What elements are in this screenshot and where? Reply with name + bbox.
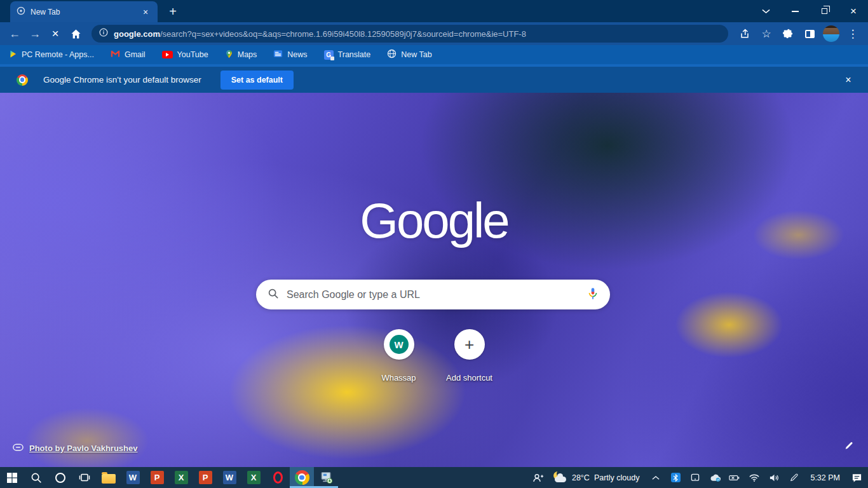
people-icon[interactable]	[531, 467, 545, 488]
powerpoint-button[interactable]: P	[145, 467, 169, 488]
bookmark-label: Gmail	[125, 50, 146, 59]
share-icon[interactable]	[735, 24, 755, 43]
avatar	[823, 25, 839, 42]
site-info-icon[interactable]	[99, 28, 108, 39]
bookmark-label: Maps	[238, 50, 257, 59]
profile-avatar[interactable]	[821, 24, 841, 43]
word-icon: W	[126, 471, 140, 484]
opera-button[interactable]	[266, 467, 290, 488]
weather-widget[interactable]: 28°C Partly cloudy	[552, 471, 640, 485]
bookmark-label: Translate	[338, 50, 371, 59]
partly-cloudy-night-icon	[552, 471, 567, 485]
google-translate-icon: G	[324, 50, 334, 60]
excel-icon: X	[175, 471, 188, 484]
google-maps-icon	[225, 49, 233, 61]
word-button[interactable]: W	[121, 467, 145, 488]
installer-icon	[320, 471, 333, 484]
bookmark-youtube[interactable]: YouTube	[162, 50, 208, 59]
chrome-logo-icon	[17, 74, 28, 86]
chrome-window: New Tab × + × ← → ×	[0, 0, 868, 467]
chrome-menu-icon[interactable]: ⋮	[843, 24, 863, 43]
photo-credit-text: Photo by Pavlo Vakhrushev	[29, 444, 138, 453]
restore-button[interactable]	[810, 0, 839, 22]
bookmark-new-tab[interactable]: New Tab	[387, 49, 431, 60]
excel-button[interactable]: X	[169, 467, 193, 488]
globe-icon	[387, 49, 397, 60]
shortcut-label: Whassap	[381, 373, 416, 383]
task-view-icon	[79, 473, 90, 482]
file-explorer-button[interactable]	[97, 467, 121, 488]
bookmark-star-icon[interactable]: ☆	[756, 24, 776, 43]
default-browser-infobar: Google Chrome isn't your default browser…	[0, 64, 868, 93]
powerpoint-button-2[interactable]: P	[193, 467, 217, 488]
customize-pencil-icon[interactable]	[844, 440, 854, 453]
hidden-icons-chevron-icon[interactable]	[649, 467, 663, 488]
stop-loading-icon[interactable]: ×	[46, 24, 65, 43]
desktop-screen: New Tab × + × ← → ×	[0, 0, 868, 488]
back-icon[interactable]: ←	[5, 24, 24, 43]
url-path: /search?q=sex+videos&oq=&aqs=chrome.1.69…	[160, 29, 526, 39]
wifi-icon[interactable]	[747, 467, 761, 488]
excel-icon: X	[247, 471, 261, 484]
minimize-button[interactable]	[780, 0, 810, 22]
google-news-icon	[273, 49, 283, 60]
address-bar[interactable]: google.com/search?q=sex+videos&oq=&aqs=c…	[92, 25, 728, 43]
url-text[interactable]: google.com/search?q=sex+videos&oq=&aqs=c…	[114, 29, 526, 39]
search-icon	[31, 472, 42, 484]
plus-icon: +	[465, 336, 474, 353]
infobar-close-icon[interactable]: ×	[840, 74, 857, 86]
bookmarks-bar: PC Remote - Apps... Gmail YouTube Maps	[0, 45, 868, 64]
word-button-2[interactable]: W	[217, 467, 241, 488]
window-controls: ×	[751, 0, 868, 22]
installer-button[interactable]	[314, 467, 338, 488]
clock[interactable]: 5:32 PM	[810, 473, 840, 482]
cortana-button[interactable]	[48, 467, 72, 488]
minimize-icon	[792, 11, 799, 12]
windows-ink-pen-icon[interactable]	[787, 467, 801, 488]
bookmark-maps[interactable]: Maps	[225, 49, 257, 61]
onedrive-icon[interactable]	[708, 467, 722, 488]
bookmark-translate[interactable]: G Translate	[324, 50, 371, 60]
set-as-default-button[interactable]: Set as default	[220, 71, 294, 90]
new-tab-button[interactable]: +	[164, 3, 182, 20]
side-panel-icon[interactable]	[799, 24, 820, 43]
tab-search-chevron-icon[interactable]	[751, 0, 780, 22]
bookmark-news[interactable]: News	[273, 49, 307, 60]
shortcuts-row: W Whassap + Add shortcut	[0, 329, 868, 383]
search-box[interactable]	[256, 280, 610, 309]
tab-close-icon[interactable]: ×	[140, 6, 151, 18]
system-tray: 28°C Partly cloudy	[531, 467, 868, 488]
voice-search-icon[interactable]	[586, 287, 600, 303]
chrome-button[interactable]	[290, 467, 314, 488]
gmail-icon	[111, 50, 120, 60]
new-tab-page: Google	[0, 93, 868, 467]
volume-icon[interactable]	[767, 467, 781, 488]
tab-favicon-icon	[17, 6, 25, 18]
word-icon: W	[223, 471, 236, 484]
whassap-tile: W	[384, 329, 414, 360]
shortcut-add[interactable]: + Add shortcut	[434, 329, 505, 383]
close-button[interactable]: ×	[839, 0, 868, 22]
bookmark-pc-remote[interactable]: PC Remote - Apps...	[9, 50, 94, 60]
infobar-message: Google Chrome isn't your default browser	[43, 75, 201, 85]
taskbar-search-button[interactable]	[24, 467, 48, 488]
excel-button-2[interactable]: X	[241, 467, 266, 488]
battery-status-icon[interactable]	[728, 467, 742, 488]
bluetooth-icon[interactable]	[668, 467, 682, 488]
bookmark-label: PC Remote - Apps...	[22, 50, 94, 59]
start-button[interactable]	[0, 467, 24, 488]
action-center-icon[interactable]	[850, 467, 864, 488]
photo-credit-link[interactable]: Photo by Pavlo Vakhrushev	[13, 444, 138, 453]
tab-strip: New Tab × + ×	[0, 0, 868, 22]
bookmark-gmail[interactable]: Gmail	[111, 50, 146, 60]
tab-new-tab[interactable]: New Tab ×	[10, 1, 158, 22]
tab-title: New Tab	[31, 8, 135, 17]
shortcut-label: Add shortcut	[446, 373, 492, 383]
task-view-button[interactable]	[72, 467, 97, 488]
extensions-icon[interactable]	[778, 24, 798, 43]
shortcut-whassap[interactable]: W Whassap	[363, 329, 434, 383]
home-icon[interactable]	[66, 24, 85, 43]
search-input[interactable]	[287, 289, 578, 301]
forward-icon[interactable]: →	[25, 24, 44, 43]
connect-display-icon[interactable]	[688, 467, 702, 488]
